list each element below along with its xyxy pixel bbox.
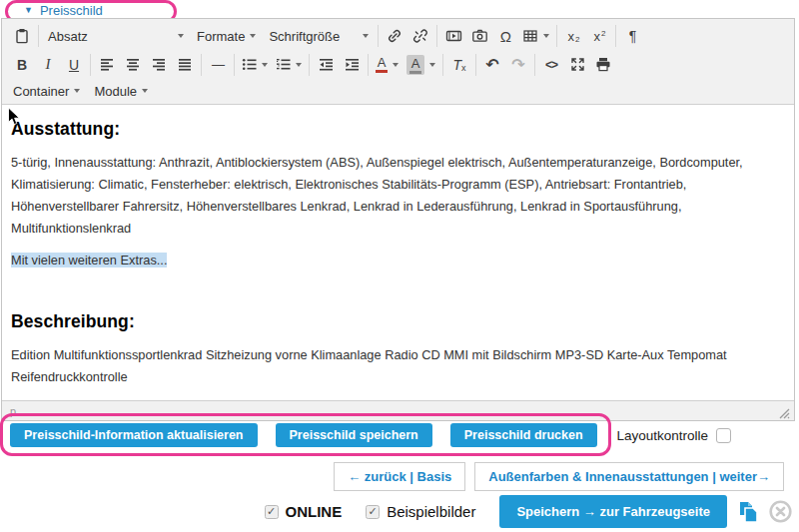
source-code-button[interactable]: <>	[538, 54, 564, 76]
unlink-icon	[412, 28, 428, 44]
save-to-vehicle-page-button[interactable]: Speichern → zur Fahrzeugseite	[499, 495, 727, 528]
text-color-button[interactable]: A	[372, 54, 402, 76]
subscript-button[interactable]: x2	[560, 25, 586, 47]
paragraph-format-select[interactable]: Absatz	[42, 25, 190, 47]
background-color-icon: A	[406, 55, 424, 75]
online-label: ONLINE	[286, 503, 343, 520]
underline-button[interactable]: U	[61, 54, 87, 76]
superscript-icon: x2	[593, 29, 605, 44]
pilcrow-icon: ¶	[629, 28, 637, 44]
copy-pages-icon	[737, 500, 760, 524]
paragraph-marks-button[interactable]: ¶	[619, 25, 645, 47]
clear-formatting-icon: Tx	[452, 57, 465, 73]
fullscreen-icon	[570, 57, 585, 72]
duplicate-button[interactable]	[737, 500, 760, 524]
equipment-paragraph: 5-türig, Innenausstattung: Anthrazit, An…	[11, 152, 782, 240]
formats-menu-label: Formate	[197, 29, 245, 44]
chevron-down-icon	[296, 63, 302, 67]
clear-formatting-button[interactable]: Tx	[446, 54, 472, 76]
container-menu[interactable]: Container	[6, 80, 87, 102]
chevron-down-icon	[363, 34, 369, 38]
fontsize-label: Schriftgröße	[269, 29, 340, 44]
selected-text: Mit vielen weiteren Extras...	[11, 253, 167, 267]
superscript-button[interactable]: x2	[586, 25, 612, 47]
outdent-icon	[319, 58, 334, 71]
online-toggle-group: ONLINE	[265, 503, 343, 520]
paragraph-format-label: Absatz	[48, 29, 88, 44]
table-icon	[522, 28, 538, 44]
examples-toggle-group: Beispielbilder	[366, 503, 475, 520]
camera-icon	[471, 28, 488, 44]
update-priceinfo-button[interactable]: Preisschild-Information aktualisieren	[10, 423, 258, 447]
chevron-down-icon	[262, 63, 268, 67]
panel-header: ▼ Preisschild	[0, 0, 799, 18]
insert-media-button[interactable]	[440, 25, 466, 47]
paste-button[interactable]	[9, 25, 35, 47]
save-pricetag-button[interactable]: Preisschild speichern	[276, 423, 432, 447]
remove-link-button[interactable]	[407, 25, 433, 47]
numbered-list-button[interactable]	[272, 54, 306, 76]
subscript-icon: x2	[567, 29, 579, 44]
layout-check-group: Layoutkontrolle	[617, 428, 732, 443]
italic-button[interactable]: I	[35, 54, 61, 76]
examples-label: Beispielbilder	[387, 503, 475, 520]
align-right-button[interactable]	[146, 54, 172, 76]
text-color-icon: A	[376, 56, 388, 73]
indent-button[interactable]	[339, 54, 365, 76]
panel-collapse-toggle[interactable]: ▼ Preisschild	[24, 3, 103, 18]
element-path[interactable]: p	[10, 405, 16, 417]
close-icon	[769, 500, 792, 523]
link-icon	[387, 28, 402, 44]
toolbar-row-1: Absatz Formate Schriftgröße	[6, 21, 790, 51]
panel-title: Preisschild	[40, 3, 103, 18]
align-center-button[interactable]	[120, 54, 146, 76]
align-justify-button[interactable]	[172, 54, 198, 76]
equipment-heading: Ausstattung:	[11, 119, 782, 140]
bold-button[interactable]: B	[9, 54, 35, 76]
print-button[interactable]	[590, 54, 616, 76]
omega-icon: Ω	[500, 28, 511, 45]
examples-checkbox[interactable]	[366, 505, 380, 519]
chevron-down-icon	[142, 89, 148, 93]
print-pricetag-button[interactable]: Preisschild drucken	[450, 423, 597, 447]
chevron-down-icon	[178, 34, 184, 38]
fontsize-select[interactable]: Schriftgröße	[263, 25, 375, 47]
next-colors-button[interactable]: Außenfarben & Innenausstattungen | weite…	[474, 462, 784, 491]
back-basis-button[interactable]: ← zurück | Basis	[334, 462, 465, 491]
fullscreen-button[interactable]	[564, 54, 590, 76]
table-button[interactable]	[518, 25, 553, 47]
insert-link-button[interactable]	[382, 25, 407, 47]
print-icon	[595, 57, 611, 72]
online-checkbox[interactable]	[265, 505, 279, 519]
close-button[interactable]	[769, 500, 792, 523]
insert-image-button[interactable]	[466, 25, 492, 47]
background-color-button[interactable]: A	[402, 54, 439, 76]
align-right-icon	[152, 58, 166, 71]
bullet-list-button[interactable]	[238, 54, 272, 76]
chevron-down-icon	[393, 63, 399, 67]
extras-paragraph: Mit vielen weiteren Extras...	[11, 250, 782, 271]
outdent-button[interactable]	[313, 54, 339, 76]
redo-button[interactable]: ↷	[505, 54, 531, 76]
special-char-button[interactable]: Ω	[492, 25, 518, 47]
align-justify-icon	[178, 58, 192, 71]
module-menu-label: Module	[94, 84, 137, 99]
description-paragraph: Edition Multifunktionssportlenkrad Sitzh…	[11, 344, 782, 388]
align-center-icon	[126, 58, 140, 71]
editor-content-area[interactable]: Ausstattung: 5-türig, Innenausstattung: …	[2, 105, 794, 400]
actions-row: Preisschild-Information aktualisieren Pr…	[10, 423, 731, 447]
chevron-down-icon	[250, 34, 256, 38]
align-left-button[interactable]	[94, 54, 120, 76]
resize-grip-icon[interactable]	[779, 408, 790, 419]
chevron-down-icon	[429, 63, 435, 67]
undo-button[interactable]: ↶	[479, 54, 505, 76]
module-menu[interactable]: Module	[87, 80, 155, 102]
description-heading: Beschreibung:	[11, 311, 782, 332]
footer-row: ONLINE Beispielbilder Speichern → zur Fa…	[265, 495, 793, 528]
richtext-editor: Absatz Formate Schriftgröße	[1, 18, 795, 421]
horizontal-rule-button[interactable]: —	[205, 54, 231, 76]
media-icon	[445, 28, 462, 44]
layout-check-checkbox[interactable]	[716, 428, 731, 443]
formats-menu[interactable]: Formate	[190, 25, 263, 47]
collapse-arrow-icon: ▼	[24, 6, 33, 15]
